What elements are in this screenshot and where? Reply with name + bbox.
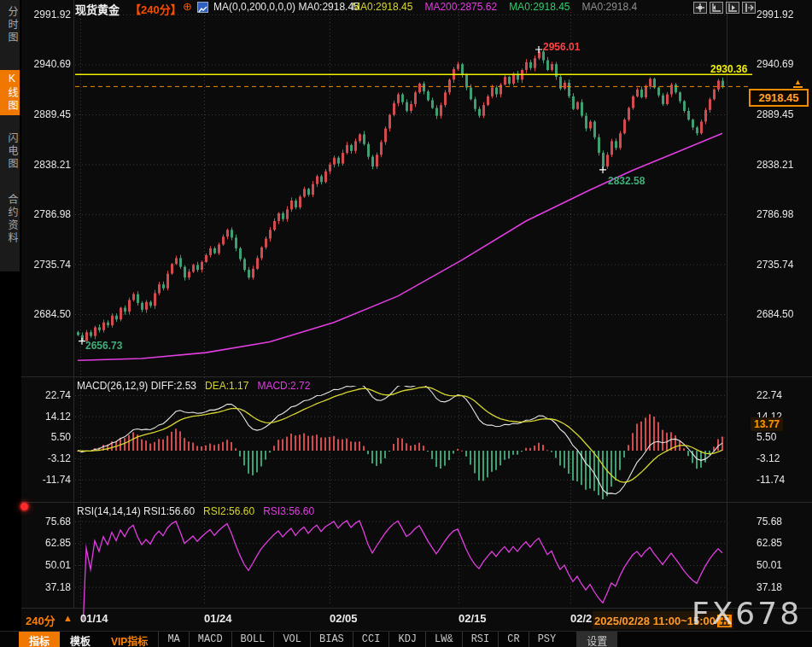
rsi-tick-right-3: 37.18	[757, 581, 809, 593]
toolbar-item-LW&[interactable]: LW&	[425, 632, 462, 647]
toolbar-item-VOL[interactable]: VOL	[273, 632, 310, 647]
timeline-row: 240分 ▲ 01/1401/2402/0502/1502/2 2025/02/…	[0, 609, 812, 631]
toolbar-item-模板[interactable]: 模板	[60, 632, 101, 647]
x-axis-date-0: 01/14	[80, 612, 108, 625]
macd-tick-left-0: 22.74	[22, 389, 71, 401]
toolbar-item-指标[interactable]: 指标	[19, 632, 60, 647]
timeframe-arrow-icon[interactable]: ▲	[63, 613, 73, 623]
ma-value-3: MA0:2918.4	[582, 1, 638, 13]
price-tick-left-2: 2889.45	[22, 108, 71, 120]
macd-tick-right-2: 5.50	[757, 431, 809, 443]
rsi-tick-left-1: 62.85	[22, 537, 71, 549]
macd-tick-right-4: -11.74	[757, 474, 809, 486]
macd-tick-left-4: -11.74	[22, 474, 71, 486]
sidebar: 分时图 K线图 闪电图 合约资料	[0, 0, 21, 647]
rsi-header: RSI(14,14,14) RSI1:56.60RSI2:56.60RSI3:5…	[77, 505, 323, 517]
ma-value-0: MA0:2918.45	[352, 1, 412, 13]
x-axis-date-4: 02/2	[570, 612, 592, 625]
scale-right-icon[interactable]	[726, 2, 739, 14]
sidebar-tab-contract-info[interactable]: 合约资料	[0, 191, 20, 248]
toolbar-item-RSI[interactable]: RSI	[462, 632, 499, 647]
ma-settings-label: MA(0,0,200,0,0,0) MA0:2918.45	[213, 1, 359, 13]
price-tick-right-1: 2940.69	[757, 58, 809, 70]
rsi-tick-right-0: 75.68	[757, 516, 809, 528]
price-tick-right-5: 2735.74	[757, 259, 809, 271]
sidebar-tab-kline[interactable]: K线图	[0, 70, 20, 115]
x-axis-date-3: 02/15	[459, 612, 487, 625]
high-price-annotation: 2956.01	[543, 41, 580, 53]
toolbar-item-设置[interactable]: 设置	[576, 632, 617, 647]
macd-dea-label: DEA:1.17	[205, 380, 248, 392]
alert-dot-icon[interactable]	[20, 503, 28, 510]
fx678-watermark: FX678	[692, 596, 802, 631]
price-tick-right-6: 2684.50	[757, 308, 809, 320]
price-marker-icon: ▲	[793, 78, 803, 88]
rsi-tick-left-0: 75.68	[22, 516, 71, 528]
rsi1-label: RSI(14,14,14) RSI1:56.60	[77, 505, 195, 517]
macd-tick-right-0: 22.74	[757, 389, 809, 401]
toolbar-item-CCI[interactable]: CCI	[353, 632, 389, 647]
macd-header: MACD(26,12,9) DIFF:2.53DEA:1.17MACD:2.72	[77, 380, 318, 392]
circle-plus-icon[interactable]: ⊕	[183, 0, 192, 13]
x-axis-date-2: 02/05	[330, 612, 358, 625]
macd-tick-right-3: -3.12	[757, 452, 809, 464]
macd-tick-left-1: 14.12	[22, 411, 71, 423]
toolbar-item-VIP指标[interactable]: VIP指标	[101, 632, 158, 647]
mini-chart-icon[interactable]	[197, 2, 208, 13]
rsi-tick-left-2: 50.01	[22, 559, 71, 571]
macd-current-value: 13.77	[751, 417, 783, 431]
toolbar-item-PSY[interactable]: PSY	[529, 632, 565, 647]
last-price-box: 2918.45	[749, 89, 809, 107]
start-low-annotation: 2656.73	[85, 340, 122, 352]
price-tick-left-0: 2991.92	[22, 9, 71, 20]
scale-left-icon[interactable]	[710, 2, 723, 14]
macd-tick-left-2: 5.50	[22, 431, 71, 443]
price-tick-right-0: 2991.92	[757, 9, 809, 20]
symbol-title: 现货黄金	[75, 1, 120, 17]
period-label[interactable]: 【240分】	[130, 1, 182, 17]
toolbar-item-BOLL[interactable]: BOLL	[231, 632, 274, 647]
toolbar-item-MA[interactable]: MA	[158, 632, 188, 647]
trading-app-window: 分时图 K线图 闪电图 合约资料 现货黄金 【240分】 ⊕ MA(0,0,20…	[0, 0, 812, 647]
price-tick-left-6: 2684.50	[22, 308, 71, 320]
macd-macd-label: MACD:2.72	[257, 380, 310, 392]
ma-value-1: MA200:2875.62	[424, 1, 497, 13]
alert-price-label[interactable]: 2930.36	[710, 63, 747, 75]
toolbar-item-BIAS[interactable]: BIAS	[310, 632, 353, 647]
price-tick-left-5: 2735.74	[22, 259, 71, 271]
price-tick-left-4: 2786.98	[22, 208, 71, 220]
x-axis-date-1: 01/24	[204, 612, 232, 625]
indicator-toolbar: 指标模板VIP指标MAMACDBOLLVOLBIASCCIKDJLW&RSICR…	[0, 631, 812, 647]
sidebar-tab-lightning[interactable]: 闪电图	[0, 130, 20, 173]
rsi-tick-left-3: 37.18	[22, 581, 71, 593]
rsi-tick-right-1: 62.85	[757, 537, 809, 549]
ma-values: MA0:2918.45MA200:2875.62MA0:2918.45MA0:2…	[352, 1, 649, 13]
macd-tick-left-3: -3.12	[22, 452, 71, 464]
price-tick-right-2: 2889.45	[757, 108, 809, 120]
toolbar-item-KDJ[interactable]: KDJ	[388, 632, 425, 647]
price-tick-right-3: 2838.21	[757, 159, 809, 171]
chart-window-controls	[693, 2, 756, 14]
shift-right-icon[interactable]	[742, 2, 756, 14]
price-tick-left-3: 2838.21	[22, 159, 71, 171]
pan-crosshair-icon[interactable]	[693, 2, 707, 14]
rsi3-label: RSI3:56.60	[263, 505, 314, 517]
price-tick-left-1: 2940.69	[22, 58, 71, 70]
rsi-tick-right-2: 50.01	[757, 559, 809, 571]
timeframe-button[interactable]: 240分	[26, 612, 55, 628]
sidebar-tab-timeshare[interactable]: 分时图	[0, 3, 20, 47]
price-tick-right-4: 2786.98	[757, 208, 809, 220]
toolbar-item-CR[interactable]: CR	[498, 632, 528, 647]
toolbar-item-MACD[interactable]: MACD	[189, 632, 231, 647]
macd-diff-label: MACD(26,12,9) DIFF:2.53	[77, 380, 196, 392]
rsi2-label: RSI2:56.60	[203, 505, 254, 517]
low-price-annotation: 2832.58	[608, 175, 645, 187]
ma-value-2: MA0:2918.45	[509, 1, 570, 13]
chart-canvas[interactable]	[0, 0, 812, 647]
